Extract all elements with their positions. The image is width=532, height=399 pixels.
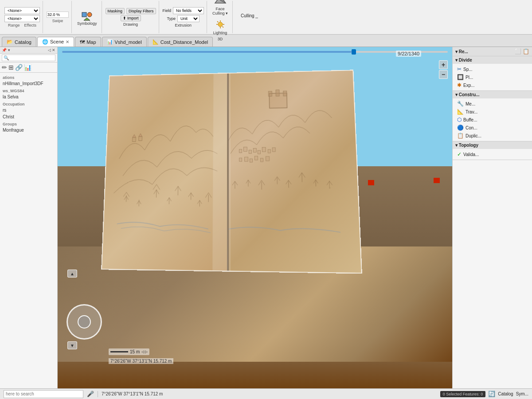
svg-rect-26 [268, 149, 270, 153]
tab-catalog[interactable]: 📂 Catalog [2, 37, 36, 47]
field-dropdown[interactable]: No fields [173, 7, 204, 14]
layer-item-monfrague[interactable]: Monfrague [0, 127, 57, 133]
left-panel: 📌 ▾ ◁ ✕ ✏ ⊞ 🔗 📊 ations nHillman_Import3D… [0, 47, 58, 388]
catalog-status-label: Catalog [498, 391, 513, 396]
field-label: Field [163, 8, 172, 13]
validate-button[interactable]: ✓ Valida... [455, 150, 529, 158]
duplicate-button[interactable]: 📋 Duplic... [455, 132, 529, 140]
layer-section-occupation: Occupation [0, 100, 57, 107]
results-icon-2[interactable]: 📋 [523, 48, 529, 55]
layer-list: ations nHillman_Import3DF ws_WGS84 la Se… [0, 73, 57, 388]
taskbar-search-input[interactable] [4, 390, 83, 398]
masking-button[interactable]: Masking [106, 8, 125, 14]
svg-rect-24 [258, 150, 260, 154]
nav-up-button[interactable]: ▲ [67, 270, 77, 278]
mic-icon[interactable]: 🎤 [87, 391, 94, 397]
culling-label: Culling _ [241, 13, 258, 18]
merge-button[interactable]: 🔧 Me... [455, 100, 529, 108]
face-culling-group: FaceCulling ▾ Lighting 3D [208, 1, 233, 33]
construct-inner-label: Con... [466, 125, 477, 130]
range-label: Range [8, 23, 20, 27]
layer-item-christ[interactable]: Christ [0, 113, 57, 120]
layer-item-rs[interactable]: rs [0, 107, 57, 113]
draw-icon[interactable]: ✏ [2, 64, 7, 71]
grid-icon[interactable]: ⊞ [8, 64, 14, 71]
effects-label: Effects [24, 23, 36, 27]
svg-rect-17 [268, 91, 272, 97]
zoom-out-button[interactable]: − [439, 70, 448, 79]
tab-vshd-model[interactable]: 📊 Vshd_model [102, 37, 147, 47]
construct-header[interactable]: ▾ Constru... [453, 91, 532, 98]
layer-item-hillman[interactable]: nHillman_Import3DF [0, 80, 57, 87]
topology-section: ▾ Topology ✓ Valida... [453, 141, 532, 160]
results-icon-1[interactable]: ⬜ [515, 48, 521, 55]
duplicate-icon: 📋 [457, 133, 464, 139]
svg-marker-15 [139, 133, 142, 137]
type-dropdown[interactable]: Unit [177, 15, 200, 22]
construct-btn[interactable]: 🔵 Con... [455, 124, 529, 132]
timeline-slider[interactable] [62, 49, 448, 55]
left-panel-toolbar: ✏ ⊞ 🔗 📊 [0, 63, 57, 73]
split-button[interactable]: ✂ Sp... [455, 65, 529, 73]
svg-rect-22 [249, 150, 251, 153]
planar-icon: 🔲 [457, 74, 464, 80]
lighting-button[interactable]: Lighting [211, 17, 229, 36]
coordinates-bar: 7°26'26"W 37°13'1"N 15.712 m [109, 358, 173, 364]
svg-rect-18 [283, 91, 287, 96]
import-button[interactable]: ⬆ Import [121, 15, 141, 21]
traverse-button[interactable]: 📐 Trav... [455, 108, 529, 116]
swipe-label: Swipe [52, 19, 63, 23]
expand-label: Exp... [463, 83, 475, 88]
nav-down-button[interactable]: ▼ [67, 341, 77, 349]
right-arrow[interactable]: ▷ [145, 350, 148, 354]
zoom-input[interactable] [47, 12, 69, 18]
timestamp-label: 9/22/1340 [396, 51, 421, 57]
symbology-label: Symbology [77, 21, 97, 26]
red-marker-1 [368, 180, 374, 185]
svg-rect-32 [260, 158, 263, 162]
results-section: ▾ Re... ⬜ 📋 [453, 47, 532, 56]
scale-bar: 15 m ◁ ▷ [109, 348, 149, 355]
historical-map-overlay [101, 70, 362, 274]
layer-item-laselva[interactable]: la Selva [0, 94, 57, 100]
expand-button[interactable]: ✱ Exp... [455, 81, 529, 89]
face-culling-label: FaceCulling ▾ [212, 7, 228, 16]
topology-header[interactable]: ▾ Topology [453, 141, 532, 149]
scene-viewport[interactable]: 9/22/1340 [58, 47, 452, 388]
results-header[interactable]: ▾ Re... ⬜ 📋 [453, 47, 532, 56]
buffer-button[interactable]: ⬡ Buffe... [455, 116, 529, 124]
layer-search-input[interactable] [2, 55, 55, 61]
tab-map[interactable]: 🗺 Map [75, 37, 101, 47]
none-dropdown-2[interactable]: <None> [4, 15, 40, 22]
compass-inner [78, 315, 91, 329]
buffer-icon: ⬡ [457, 117, 462, 123]
panel-controls: ◁ ✕ [48, 48, 55, 52]
nav-compass[interactable] [66, 304, 102, 340]
tab-cost-distance[interactable]: 📐 Cost_Distance_Model [148, 37, 213, 47]
left-arrow[interactable]: ◁ [141, 350, 144, 354]
panel-auto-hide[interactable]: ◁ [48, 48, 51, 52]
planar-button[interactable]: 🔲 Pl... [455, 73, 529, 81]
range-group: <None> <None> Range Effects [2, 1, 43, 33]
status-right: 0 Selected Features: 0 🔄 Catalog Sym... [440, 391, 528, 397]
divide-header[interactable]: ▾ Divide [453, 56, 532, 64]
face-culling-button[interactable]: FaceCulling ▾ [211, 0, 230, 16]
symbology-button[interactable]: Symbology [75, 8, 99, 27]
results-label: ▾ Re... [455, 49, 468, 54]
zoom-in-button[interactable]: + [439, 60, 448, 69]
layer-section-ations: ations [0, 74, 57, 80]
scene-tab-close[interactable]: ✕ [66, 39, 69, 44]
display-filters-button[interactable]: Display Filters [126, 8, 156, 14]
link-icon[interactable]: 🔗 [15, 64, 23, 71]
panel-close[interactable]: ✕ [52, 48, 55, 52]
none-dropdown-1[interactable]: <None> [4, 7, 40, 14]
validate-label: Valida... [463, 152, 479, 157]
refresh-icon[interactable]: 🔄 [488, 391, 495, 397]
coord-status: 7°26'26"W 37°13'1"N 15.712 m [102, 391, 163, 396]
scale-label: 15 m [130, 349, 140, 354]
symbology-group: Symbology [73, 1, 102, 33]
construct-section: ▾ Constru... 🔧 Me... 📐 Trav... ⬡ Buffe..… [453, 91, 532, 141]
timeline-handle[interactable] [352, 49, 356, 55]
tab-scene[interactable]: 🌐 Scene ✕ [37, 37, 74, 47]
chart-icon[interactable]: 📊 [24, 64, 31, 71]
